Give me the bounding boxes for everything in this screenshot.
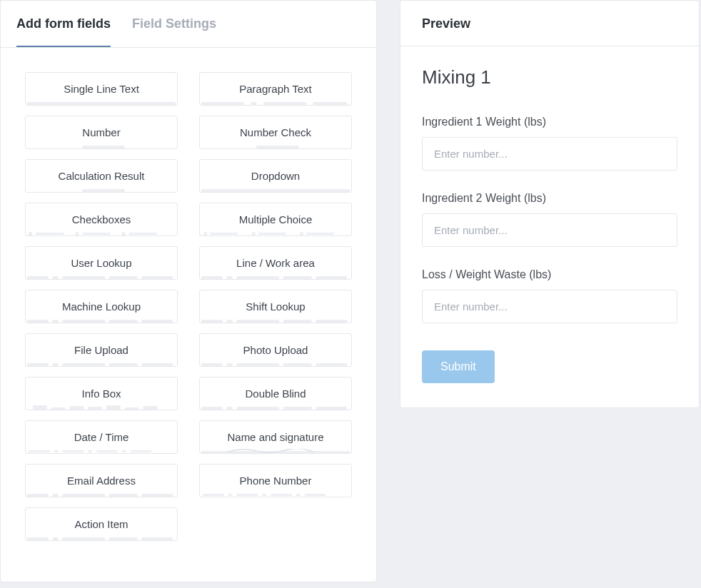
field-grid: Single Line Text Paragraph Text Number N…	[1, 48, 376, 565]
field-label: Single Line Text	[64, 83, 139, 95]
field-paragraph-text[interactable]: Paragraph Text	[199, 72, 352, 106]
field-label: Line / Work area	[236, 257, 315, 269]
form-field-ingredient-2: Ingredient 2 Weight (lbs)	[422, 192, 677, 247]
decor-icon	[200, 144, 351, 148]
field-label: Photo Upload	[243, 344, 308, 356]
tab-add-form-fields[interactable]: Add form fields	[16, 1, 111, 47]
field-machine-lookup[interactable]: Machine Lookup	[25, 290, 178, 323]
field-label: Paragraph Text	[239, 83, 311, 95]
decor-icon	[200, 362, 351, 366]
preview-title: Mixing 1	[422, 66, 677, 88]
decor-icon	[200, 318, 351, 323]
field-label: Calculation Result	[59, 170, 145, 182]
decor-icon	[200, 188, 351, 192]
tab-field-settings[interactable]: Field Settings	[132, 1, 216, 47]
form-label: Loss / Weight Waste (lbs)	[422, 268, 677, 281]
decor-icon	[200, 492, 351, 497]
field-label: Name and signature	[227, 431, 323, 443]
form-builder-panel: Add form fields Field Settings Single Li…	[0, 0, 377, 582]
decor-icon	[200, 405, 351, 410]
preview-header: Preview	[400, 1, 699, 46]
field-label: Number Check	[240, 126, 311, 138]
field-label: Phone Number	[240, 475, 312, 487]
ingredient-2-input[interactable]	[422, 213, 677, 247]
field-user-lookup[interactable]: User Lookup	[25, 246, 178, 280]
ingredient-1-input[interactable]	[422, 137, 677, 171]
decor-icon	[26, 318, 177, 323]
decor-icon	[26, 449, 177, 453]
form-field-loss-waste: Loss / Weight Waste (lbs)	[422, 268, 677, 323]
decor-icon	[26, 101, 177, 105]
form-field-ingredient-1: Ingredient 1 Weight (lbs)	[422, 116, 677, 171]
field-dropdown[interactable]: Dropdown	[199, 159, 352, 193]
field-shift-lookup[interactable]: Shift Lookup	[199, 290, 352, 323]
field-phone-number[interactable]: Phone Number	[199, 464, 352, 497]
decor-icon	[200, 449, 351, 453]
decor-icon	[200, 101, 351, 105]
decor-icon	[26, 275, 177, 279]
decor-icon	[26, 362, 177, 366]
field-email-address[interactable]: Email Address	[25, 464, 178, 497]
field-label: Shift Lookup	[246, 300, 305, 313]
field-label: Dropdown	[251, 170, 300, 182]
field-number-check[interactable]: Number Check	[199, 116, 352, 149]
field-label: Date / Time	[74, 431, 129, 443]
tabs: Add form fields Field Settings	[1, 1, 376, 48]
field-label: Checkboxes	[72, 213, 131, 225]
field-info-box[interactable]: Info Box	[25, 377, 178, 410]
field-photo-upload[interactable]: Photo Upload	[199, 333, 352, 367]
decor-icon	[200, 231, 351, 235]
field-label: User Lookup	[71, 257, 131, 269]
field-number[interactable]: Number	[25, 116, 178, 149]
field-single-line-text[interactable]: Single Line Text	[25, 72, 178, 106]
field-date-time[interactable]: Date / Time	[25, 420, 178, 454]
field-label: Action Item	[74, 518, 128, 530]
decor-icon	[26, 144, 177, 148]
field-file-upload[interactable]: File Upload	[25, 333, 178, 367]
decor-icon	[26, 492, 177, 497]
field-calculation-result[interactable]: Calculation Result	[25, 159, 178, 193]
form-label: Ingredient 2 Weight (lbs)	[422, 192, 677, 205]
submit-button[interactable]: Submit	[422, 350, 495, 383]
field-label: Number	[82, 126, 120, 138]
form-label: Ingredient 1 Weight (lbs)	[422, 116, 677, 128]
field-label: Info Box	[81, 387, 121, 400]
field-label: Email Address	[67, 475, 136, 487]
decor-icon	[200, 275, 351, 279]
decor-icon	[26, 231, 177, 235]
decor-icon	[26, 188, 177, 192]
field-name-signature[interactable]: Name and signature	[199, 420, 352, 454]
field-label: File Upload	[74, 344, 128, 356]
loss-waste-input[interactable]	[422, 290, 677, 323]
field-label: Multiple Choice	[239, 213, 313, 225]
preview-panel: Preview Mixing 1 Ingredient 1 Weight (lb…	[400, 0, 700, 408]
field-checkboxes[interactable]: Checkboxes	[25, 203, 178, 236]
field-label: Double Blind	[245, 387, 306, 400]
decor-icon	[26, 405, 177, 410]
field-action-item[interactable]: Action Item	[25, 507, 178, 541]
field-label: Machine Lookup	[62, 300, 141, 313]
field-multiple-choice[interactable]: Multiple Choice	[199, 203, 352, 236]
decor-icon	[26, 536, 177, 540]
field-line-work-area[interactable]: Line / Work area	[199, 246, 352, 280]
field-double-blind[interactable]: Double Blind	[199, 377, 352, 410]
